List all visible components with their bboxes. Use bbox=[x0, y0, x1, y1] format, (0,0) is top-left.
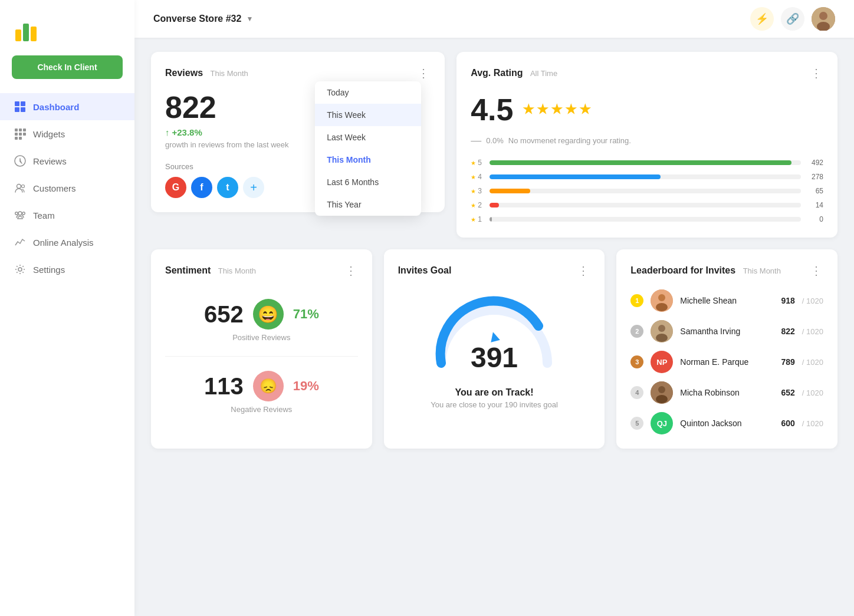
no-movement-indicator: — 0.0% No movmenet regarding your rating… bbox=[471, 134, 823, 147]
no-movement-text: No movmenet regarding your rating. bbox=[508, 136, 631, 145]
rating-count-4: 278 bbox=[806, 173, 823, 181]
dropdown-item-this-year[interactable]: This Year bbox=[315, 193, 421, 216]
avg-rating-title-group: Avg. Rating All Time bbox=[471, 68, 557, 78]
svg-point-34 bbox=[656, 395, 668, 403]
lb-score-5: 600 bbox=[781, 419, 795, 428]
leaderboard-header: Leaderboard for Invites This Month ⋮ bbox=[630, 263, 823, 278]
dropdown-item-today[interactable]: Today bbox=[315, 81, 421, 104]
avg-rating-header: Avg. Rating All Time ⋮ bbox=[471, 66, 823, 80]
sidebar-item-settings[interactable]: Settings bbox=[0, 256, 134, 283]
avg-rating-big: 4.5 ★ ★ ★ ★ ★ bbox=[471, 92, 823, 127]
sidebar-item-widgets[interactable]: Widgets bbox=[0, 120, 134, 147]
svg-rect-5 bbox=[15, 107, 19, 112]
leaderboard-item-5: 5 QJ Quinton Jackson 600 / 1020 bbox=[630, 412, 823, 434]
leaderboard-item-4: 4 Micha Robinson 652 / 1020 bbox=[630, 381, 823, 404]
svg-point-16 bbox=[17, 185, 21, 189]
svg-rect-0 bbox=[15, 29, 21, 41]
reviews-card-subtitle: This Month bbox=[211, 69, 248, 78]
svg-point-21 bbox=[18, 268, 22, 271]
svg-rect-9 bbox=[23, 129, 26, 131]
chevron-down-icon: ▼ bbox=[246, 15, 253, 23]
sentiment-divider bbox=[165, 356, 358, 357]
main-content: Converse Store #32 ▼ ⚡ 🔗 Rev bbox=[134, 0, 854, 616]
svg-rect-4 bbox=[21, 101, 25, 106]
reviews-card-menu-icon[interactable]: ⋮ bbox=[418, 66, 431, 80]
svg-rect-8 bbox=[19, 129, 22, 131]
invites-count: 391 bbox=[471, 344, 518, 372]
growth-value: +23.8% bbox=[172, 127, 202, 137]
leaderboard-item-3: 3 NP Norman E. Parque 789 / 1020 bbox=[630, 351, 823, 373]
lb-avatar-1 bbox=[651, 289, 673, 312]
user-avatar[interactable] bbox=[812, 7, 835, 31]
negative-sentiment: 113 😞 19% Negative Reviews bbox=[165, 361, 358, 423]
svg-point-20 bbox=[15, 212, 18, 215]
rating-count-1: 0 bbox=[806, 215, 823, 223]
dropdown-item-last-week[interactable]: Last Week bbox=[315, 126, 421, 149]
lb-score-3: 789 bbox=[781, 357, 795, 367]
negative-sentiment-row: 113 😞 19% bbox=[204, 371, 319, 401]
sidebar-item-customers[interactable]: Customers bbox=[0, 174, 134, 202]
rating-bar-3: ★ 3 65 bbox=[471, 187, 823, 195]
svg-point-18 bbox=[18, 212, 22, 215]
lightning-icon: ⚡ bbox=[756, 12, 768, 25]
dropdown-item-this-month[interactable]: This Month bbox=[315, 149, 421, 171]
lb-name-1: Michelle Shean bbox=[680, 296, 774, 305]
svg-point-33 bbox=[658, 386, 665, 393]
header-actions: ⚡ 🔗 bbox=[750, 7, 835, 31]
top-cards-row: Reviews This Month ⋮ 822 ↑ +23.8% growth… bbox=[151, 52, 837, 238]
reviews-card-header: Reviews This Month ⋮ bbox=[165, 66, 431, 80]
lb-name-2: Samantha Irving bbox=[680, 327, 774, 336]
avg-rating-menu-icon[interactable]: ⋮ bbox=[810, 66, 823, 80]
positive-sentiment-row: 652 😄 71% bbox=[204, 299, 319, 330]
invites-card: Invites Goal ⋮ 391 You bbox=[384, 249, 605, 449]
dropdown-item-this-week[interactable]: This Week bbox=[315, 104, 421, 126]
rank-badge-2: 2 bbox=[630, 325, 643, 338]
sidebar: Check In Client Dashboard Widgets Review… bbox=[0, 0, 134, 616]
sidebar-item-reviews[interactable]: Reviews bbox=[0, 147, 134, 174]
sidebar-item-widgets-label: Widgets bbox=[33, 129, 65, 139]
positive-label: Positive Reviews bbox=[232, 333, 290, 342]
sentiment-menu-icon[interactable]: ⋮ bbox=[345, 263, 358, 278]
sentiment-subtitle: This Month bbox=[218, 266, 256, 275]
lb-total-1: / 1020 bbox=[802, 297, 823, 305]
negative-count: 113 bbox=[204, 373, 244, 400]
avg-rating-title: Avg. Rating bbox=[471, 68, 523, 78]
svg-rect-12 bbox=[23, 133, 26, 136]
bar-fill-2 bbox=[490, 203, 499, 207]
sidebar-item-online-analysis[interactable]: Online Analysis bbox=[0, 229, 134, 256]
lightning-button[interactable]: ⚡ bbox=[750, 7, 774, 31]
link-button[interactable]: 🔗 bbox=[781, 7, 804, 31]
twitter-source-icon[interactable]: t bbox=[217, 177, 238, 198]
svg-rect-7 bbox=[15, 129, 18, 131]
rating-bars: ★ 5 492 ★ 4 278 ★ 3 65 bbox=[471, 159, 823, 223]
invites-menu-icon[interactable]: ⋮ bbox=[577, 263, 590, 278]
lb-name-3: Norman E. Parque bbox=[680, 357, 774, 367]
sidebar-item-dashboard-label: Dashboard bbox=[33, 102, 79, 112]
svg-point-30 bbox=[658, 325, 665, 332]
sidebar-item-team[interactable]: Team bbox=[0, 202, 134, 229]
svg-point-27 bbox=[658, 294, 665, 301]
lb-total-3: / 1020 bbox=[802, 358, 823, 367]
on-track-subtitle: You are close to your 190 invites goal bbox=[431, 400, 558, 409]
sentiment-card: Sentiment This Month ⋮ 652 😄 71% Positiv… bbox=[151, 249, 372, 449]
dropdown-item-last-6-months[interactable]: Last 6 Months bbox=[315, 171, 421, 193]
rank-badge-3: 3 bbox=[630, 355, 643, 368]
logo bbox=[0, 12, 134, 55]
sidebar-item-dashboard[interactable]: Dashboard bbox=[0, 93, 134, 120]
leaderboard-item-1: 1 Michelle Shean 918 / 1020 bbox=[630, 289, 823, 312]
positive-pct: 71% bbox=[293, 307, 319, 322]
check-in-button[interactable]: Check In Client bbox=[12, 55, 123, 79]
leaderboard-menu-icon[interactable]: ⋮ bbox=[810, 263, 823, 278]
svg-point-17 bbox=[22, 185, 25, 188]
google-source-icon[interactable]: G bbox=[165, 177, 186, 198]
sidebar-item-team-label: Team bbox=[33, 210, 55, 220]
link-icon: 🔗 bbox=[786, 12, 799, 25]
store-selector[interactable]: Converse Store #32 ▼ bbox=[153, 14, 253, 24]
bar-fill-1 bbox=[490, 217, 492, 222]
lb-score-4: 652 bbox=[781, 388, 795, 397]
svg-point-31 bbox=[656, 334, 668, 342]
facebook-source-icon[interactable]: f bbox=[191, 177, 212, 198]
svg-point-23 bbox=[819, 12, 827, 20]
rating-bar-1: ★ 1 0 bbox=[471, 215, 823, 223]
add-source-icon[interactable]: + bbox=[243, 177, 264, 198]
